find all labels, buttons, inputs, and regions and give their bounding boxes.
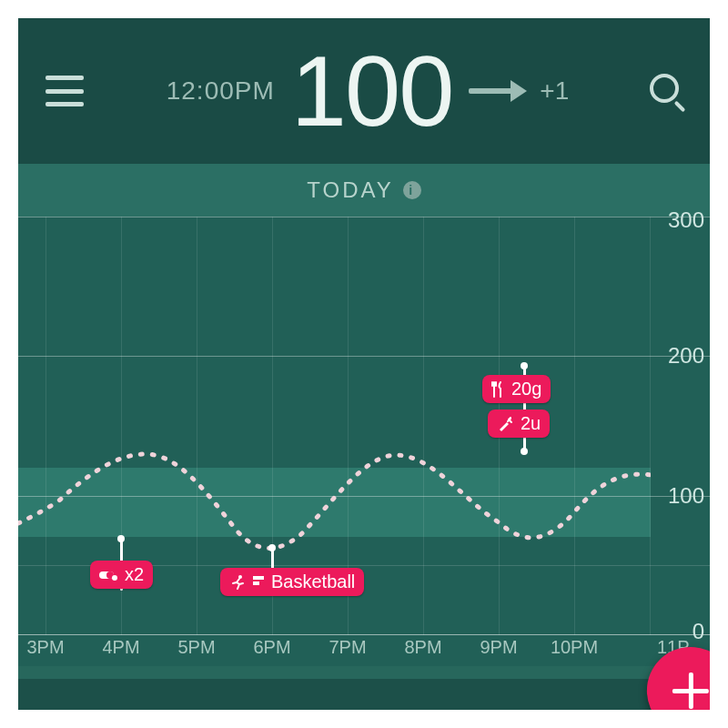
gridline-100 (18, 496, 710, 497)
xlab-6: 9PM (480, 637, 517, 658)
grid-10pm (574, 217, 575, 635)
fork-knife-icon (491, 381, 504, 398)
svg-rect-5 (253, 581, 259, 585)
event-meds[interactable]: x2 (90, 561, 153, 589)
chart-container: TODAY i (18, 164, 710, 710)
runner-icon (229, 574, 246, 591)
app-screen: 12:00PM 100 +1 TODAY i (18, 18, 710, 710)
xlab-5: 8PM (404, 637, 441, 658)
event-meds-label: x2 (125, 564, 144, 585)
xlab-0: 3PM (26, 637, 64, 658)
y-axis-labels: 300 200 100 0 (652, 217, 704, 635)
ylab-100: 100 (668, 483, 704, 509)
xlab-7: 10PM (551, 637, 598, 658)
event-food[interactable]: 20g (482, 375, 551, 403)
event-dot-exercise (268, 544, 276, 551)
chart-title-bar: TODAY i (18, 164, 710, 217)
event-exercise[interactable]: Basketball (220, 568, 364, 596)
event-dot-food-bottom (521, 448, 528, 455)
svg-point-2 (112, 575, 117, 581)
x-axis-labels: 3PM 4PM 5PM 6PM 7PM 8PM 9PM 10PM 11P (18, 637, 710, 670)
gridline-0 (18, 634, 710, 635)
svg-rect-4 (253, 576, 264, 580)
trend-delta: +1 (540, 76, 569, 106)
ylab-300: 300 (668, 207, 704, 233)
pill-icon (99, 569, 117, 581)
event-insulin[interactable]: 2u (488, 410, 550, 438)
gridline-200 (18, 356, 710, 357)
search-icon[interactable] (652, 76, 682, 106)
intensity-icon (253, 576, 264, 589)
header-readout: 12:00PM 100 +1 (84, 41, 652, 141)
syringe-icon (497, 416, 513, 432)
event-exercise-label: Basketball (271, 571, 355, 592)
target-range-band (18, 468, 651, 537)
glucose-value: 100 (291, 41, 453, 141)
trend-arrow-icon (469, 88, 523, 94)
event-dot-meds (117, 535, 125, 542)
gridline-300 (18, 217, 710, 217)
menu-icon[interactable] (46, 76, 84, 106)
grid-11pm (650, 217, 651, 635)
grid-5pm (197, 217, 197, 635)
ylab-200: 200 (668, 343, 704, 369)
xlab-3: 6PM (253, 637, 290, 658)
chart-title-label: TODAY (307, 177, 393, 203)
xlab-4: 7PM (329, 637, 366, 658)
info-icon[interactable]: i (403, 181, 421, 199)
xlab-2: 5PM (177, 637, 215, 658)
event-dot-food-top (521, 362, 528, 369)
grid-3pm (46, 217, 46, 635)
plot-area[interactable]: x2 Basketball 20g (18, 217, 651, 635)
header-time: 12:00PM (167, 76, 275, 106)
xlab-1: 4PM (102, 637, 139, 658)
event-food-label: 20g (511, 379, 541, 399)
grid-8pm (423, 217, 424, 635)
event-insulin-label: 2u (521, 413, 541, 434)
footer-strip (18, 679, 710, 710)
header-bar: 12:00PM 100 +1 (18, 18, 710, 164)
